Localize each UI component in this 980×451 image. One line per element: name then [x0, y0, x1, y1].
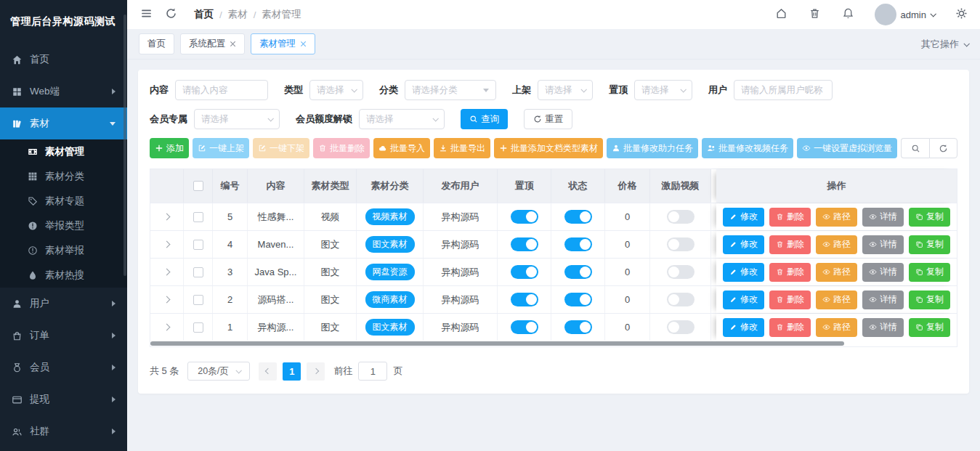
copy-button[interactable]: 复制	[909, 290, 950, 309]
notifications-button[interactable]	[841, 7, 856, 22]
sidebar-item-community[interactable]: 社群	[0, 415, 127, 447]
page-size-select[interactable]: 20条/页	[187, 362, 250, 381]
reward-video-toggle[interactable]	[667, 293, 694, 306]
sidebar-fold-button[interactable]	[139, 7, 153, 22]
status-toggle[interactable]	[564, 320, 592, 334]
breadcrumb-material[interactable]: 素材	[228, 8, 248, 21]
virtual-views-button[interactable]: 一键设置虚拟浏览量	[797, 138, 897, 158]
prev-page-button[interactable]	[259, 362, 277, 381]
detail-button[interactable]: 详情	[862, 263, 904, 282]
sidebar-item-material-category[interactable]: 素材分类	[0, 164, 127, 189]
add-button[interactable]: 添加	[150, 138, 189, 158]
sidebar-item-order[interactable]: 订单	[0, 320, 127, 352]
reset-button[interactable]: 重置	[524, 109, 572, 129]
row-checkbox[interactable]	[193, 212, 203, 222]
path-button[interactable]: 路径	[816, 235, 857, 254]
row-checkbox[interactable]	[193, 322, 203, 333]
user-filter-input[interactable]	[734, 80, 833, 100]
path-button[interactable]: 路径	[816, 208, 857, 227]
scrollbar-thumb[interactable]	[150, 341, 844, 346]
copy-button[interactable]: 复制	[909, 318, 950, 337]
detail-button[interactable]: 详情	[862, 290, 904, 309]
delete-button[interactable]: 删除	[769, 263, 811, 282]
copy-button[interactable]: 复制	[909, 235, 950, 254]
next-page-button[interactable]	[307, 362, 325, 381]
close-icon[interactable]	[300, 41, 307, 47]
sidebar-item-material-hot-search[interactable]: 素材热搜	[0, 263, 127, 288]
category-filter-select[interactable]: 请选择分类	[405, 80, 496, 100]
expand-row-icon[interactable]	[163, 324, 171, 331]
sidebar-item-home[interactable]: 首页	[0, 44, 127, 76]
horizontal-scrollbar[interactable]	[150, 341, 957, 347]
sidebar-item-member[interactable]: 会员	[0, 352, 127, 383]
copy-button[interactable]: 复制	[909, 208, 950, 227]
batch-add-doc-button[interactable]: 批量添加文档类型素材	[494, 138, 603, 158]
clear-cache-button[interactable]	[808, 7, 822, 22]
shelf-filter-select[interactable]: 请选择	[538, 80, 593, 100]
delete-button[interactable]: 删除	[769, 208, 811, 227]
batch-import-button[interactable]: 批量导入	[373, 138, 430, 158]
page-number-1[interactable]: 1	[283, 362, 301, 381]
delete-button[interactable]: 删除	[769, 290, 811, 309]
top-filter-select[interactable]: 请选择	[634, 80, 692, 100]
reward-video-toggle[interactable]	[667, 210, 694, 224]
tab-system-config[interactable]: 系统配置	[180, 33, 245, 54]
row-checkbox[interactable]	[193, 267, 203, 277]
copy-button[interactable]: 复制	[909, 263, 950, 282]
edit-button[interactable]: 修改	[723, 235, 764, 254]
row-checkbox[interactable]	[193, 295, 203, 305]
goto-page-input[interactable]	[358, 362, 387, 381]
status-toggle[interactable]	[564, 210, 592, 224]
quota-filter-select[interactable]: 请选择	[359, 109, 445, 129]
sidebar-item-withdraw[interactable]: 提现	[0, 383, 127, 415]
refresh-page-button[interactable]	[163, 7, 178, 22]
reward-video-toggle[interactable]	[667, 237, 694, 251]
search-button[interactable]: 查询	[461, 109, 508, 129]
one-click-shelf-off-button[interactable]: 一键下架	[253, 138, 309, 158]
user-dropdown[interactable]: admin	[875, 4, 935, 25]
batch-delete-button[interactable]: 批量删除	[313, 138, 370, 158]
sidebar-item-report-type[interactable]: 举报类型	[0, 214, 127, 238]
detail-button[interactable]: 详情	[862, 208, 904, 227]
path-button[interactable]: 路径	[816, 290, 857, 309]
batch-assist-task-button[interactable]: 批量修改助力任务	[607, 138, 698, 158]
sidebar-item-web[interactable]: Web端	[0, 76, 127, 107]
top-toggle[interactable]	[511, 210, 538, 224]
reward-video-toggle[interactable]	[667, 320, 694, 334]
one-click-shelf-on-button[interactable]: 一键上架	[193, 138, 249, 158]
sidebar-item-material-topic[interactable]: 素材专题	[0, 189, 127, 214]
sidebar-item-material-management[interactable]: 素材管理	[0, 139, 127, 164]
edit-button[interactable]: 修改	[723, 290, 764, 309]
member-filter-select[interactable]: 请选择	[194, 109, 280, 129]
status-toggle[interactable]	[564, 237, 592, 251]
top-toggle[interactable]	[511, 320, 538, 334]
sidebar-item-tenant[interactable]: 租户	[0, 447, 127, 451]
expand-row-icon[interactable]	[163, 214, 171, 221]
edit-button[interactable]: 修改	[723, 263, 764, 282]
status-toggle[interactable]	[564, 293, 592, 306]
edit-button[interactable]: 修改	[723, 318, 764, 337]
top-toggle[interactable]	[511, 237, 538, 251]
more-actions-dropdown[interactable]: 其它操作	[921, 38, 968, 51]
top-toggle[interactable]	[511, 265, 538, 279]
select-all-checkbox[interactable]	[193, 181, 203, 191]
tab-material-management[interactable]: 素材管理	[251, 33, 315, 54]
reward-video-toggle[interactable]	[667, 265, 694, 279]
top-toggle[interactable]	[511, 293, 538, 306]
close-icon[interactable]	[230, 41, 236, 47]
home-shortcut-button[interactable]	[774, 7, 789, 22]
sidebar-item-material-report[interactable]: 素材举报	[0, 238, 127, 263]
content-filter-input[interactable]	[175, 80, 268, 100]
status-toggle[interactable]	[564, 265, 592, 279]
expand-row-icon[interactable]	[163, 241, 171, 248]
sidebar-item-material[interactable]: 素材	[0, 107, 127, 139]
row-checkbox[interactable]	[193, 240, 203, 250]
table-search-toggle-button[interactable]	[901, 138, 929, 158]
settings-button[interactable]	[954, 7, 968, 22]
type-filter-select[interactable]: 请选择	[309, 80, 363, 100]
sidebar-scrollbar[interactable]	[123, 15, 126, 276]
tab-home[interactable]: 首页	[139, 33, 174, 54]
delete-button[interactable]: 删除	[769, 318, 811, 337]
delete-button[interactable]: 删除	[769, 235, 811, 254]
sidebar-item-user[interactable]: 用户	[0, 288, 127, 320]
